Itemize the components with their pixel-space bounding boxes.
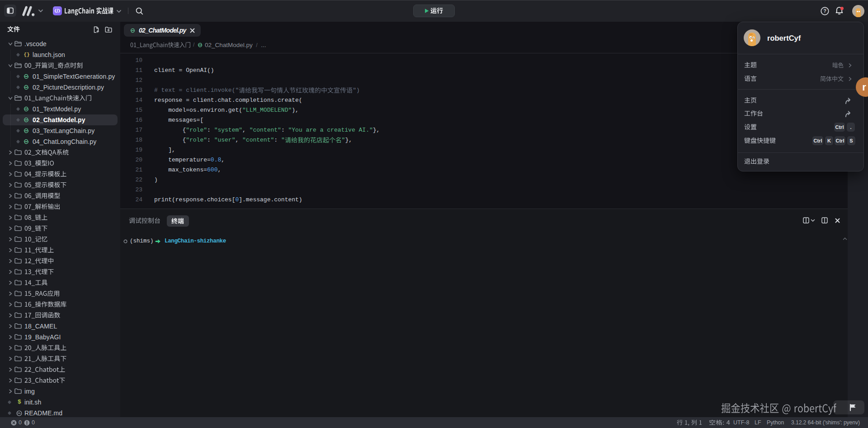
svg-text:?: ? [823, 8, 826, 14]
